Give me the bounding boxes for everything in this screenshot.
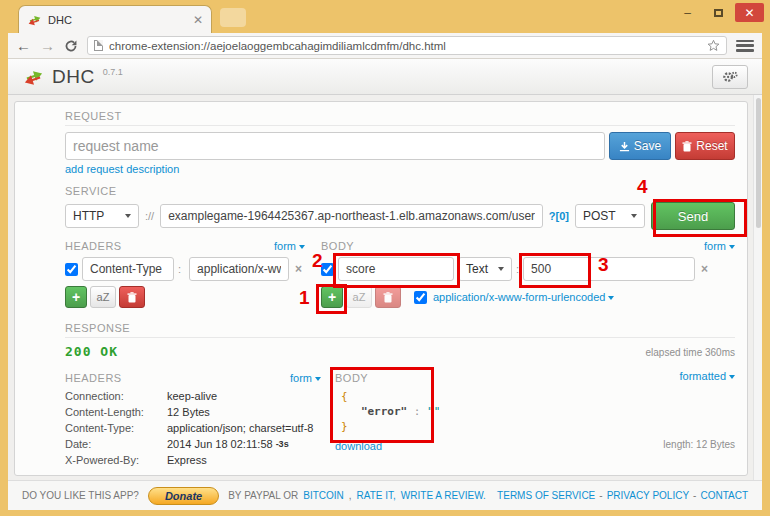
response-header-suffix: -3s	[276, 439, 289, 449]
url-text[interactable]: chrome-extension://aejoelaoggembcahagimd…	[109, 40, 701, 52]
send-button[interactable]: Send	[651, 202, 735, 230]
json-value: ""	[427, 405, 440, 418]
response-header-row: X-Powered-By: Express	[65, 452, 321, 468]
reset-button[interactable]: Reset	[675, 132, 735, 160]
scrollbar-thumb[interactable]	[756, 98, 761, 228]
json-colon: :	[414, 405, 421, 418]
chevron-down-icon	[729, 245, 735, 249]
encoding-toggle[interactable]: application/x-www-form-urlencoded	[433, 291, 614, 303]
json-key: "error"	[361, 405, 407, 418]
clear-headers-button[interactable]	[119, 286, 145, 308]
forward-icon[interactable]: →	[40, 38, 55, 53]
response-header-value: 12 Bytes	[167, 406, 210, 418]
body-param-name-input[interactable]	[338, 257, 454, 281]
encoding-checkbox[interactable]	[414, 291, 427, 304]
dhc-logo-icon	[22, 67, 45, 87]
bookmark-star-icon[interactable]	[707, 39, 720, 52]
header-value-input[interactable]	[189, 257, 289, 281]
write-review-link[interactable]: WRITE A REVIEW.	[401, 490, 486, 501]
request-name-input[interactable]	[65, 132, 605, 160]
privacy-link[interactable]: PRIVACY POLICY	[607, 490, 689, 501]
elapsed-time: elapsed time 360ms	[646, 347, 736, 358]
rate-it-link[interactable]: RATE IT,	[357, 490, 396, 501]
footer-dash: -	[693, 490, 696, 501]
body-section-label: BODY	[321, 240, 354, 252]
tab-title: DHC	[48, 14, 187, 26]
body-form-toggle[interactable]: form	[704, 240, 735, 252]
save-download-icon	[619, 141, 630, 152]
add-request-description-link[interactable]: add request description	[65, 163, 179, 175]
send-label: Send	[678, 209, 708, 224]
new-tab-button[interactable]	[220, 8, 246, 27]
gear-icon	[722, 70, 738, 84]
donate-button[interactable]: Donate	[148, 487, 219, 505]
header-separator: :	[178, 263, 181, 275]
method-value: POST	[583, 209, 616, 223]
service-url-input[interactable]	[160, 204, 543, 228]
remove-header-icon[interactable]: ×	[293, 262, 304, 276]
formatted-toggle[interactable]: formatted	[680, 370, 735, 382]
app-footer: DO YOU LIKE THIS APP? Donate BY PAYPAL O…	[8, 480, 762, 510]
close-button[interactable]: ✕	[735, 3, 764, 22]
json-close-brace: }	[341, 420, 348, 433]
scrollbar[interactable]	[753, 95, 762, 480]
method-select[interactable]: POST	[575, 204, 645, 228]
terms-link[interactable]: TERMS OF SERVICE	[497, 490, 595, 501]
body-param-enabled-checkbox[interactable]	[321, 263, 334, 276]
chevron-down-icon	[631, 214, 637, 218]
tab-close-icon[interactable]: ✕	[193, 14, 203, 26]
header-enabled-checkbox[interactable]	[65, 263, 78, 276]
sort-body-params-button[interactable]: aZ	[346, 286, 372, 308]
browser-window: DHC ✕ – ✕ ← → chrome-extension://aejoela…	[0, 0, 770, 516]
response-header-key: Date:	[65, 438, 167, 450]
bitcoin-link[interactable]: BITCOIN	[303, 490, 344, 501]
response-length: length: 12 Bytes	[663, 439, 735, 450]
reset-label: Reset	[696, 139, 727, 153]
body-form-label: form	[704, 240, 726, 252]
browser-tab[interactable]: DHC ✕	[18, 5, 212, 33]
body-param-type-select[interactable]: Text	[458, 257, 512, 281]
page-icon	[94, 40, 103, 51]
minimize-button[interactable]: –	[673, 3, 702, 22]
response-body-label: BODY	[335, 372, 368, 384]
footer-sep: ,	[349, 490, 352, 501]
chevron-down-icon	[315, 377, 321, 381]
chevron-down-icon	[608, 296, 614, 300]
query-params-toggle[interactable]: ?[0]	[549, 210, 569, 222]
header-name-input[interactable]	[82, 257, 174, 281]
response-headers-label: HEADERS	[65, 372, 122, 384]
body-param-value-input[interactable]	[523, 257, 695, 281]
response-header-row: Connection: keep-alive	[65, 388, 321, 404]
request-section-label: REQUEST	[65, 110, 735, 126]
add-body-param-button[interactable]: +	[321, 286, 343, 308]
response-header-key: Content-Type:	[65, 422, 167, 434]
maximize-button[interactable]	[704, 3, 733, 22]
scheme-select[interactable]: HTTP	[65, 204, 139, 228]
encoding-label: application/x-www-form-urlencoded	[433, 291, 605, 303]
app-version: 0.7.1	[103, 67, 123, 77]
chrome-menu-icon[interactable]	[736, 39, 754, 53]
dhc-favicon-icon	[27, 13, 42, 27]
url-bar[interactable]: chrome-extension://aejoelaoggembcahagimd…	[87, 36, 727, 55]
response-section-label: RESPONSE	[65, 322, 735, 338]
window-controls: – ✕	[673, 3, 764, 22]
app-title: DHC	[52, 66, 95, 88]
response-body-json: { "error" : "" }	[335, 389, 585, 434]
clear-body-params-button[interactable]	[375, 286, 401, 308]
response-header-row: Content-Length: 12 Bytes	[65, 404, 321, 420]
headers-form-toggle[interactable]: form	[274, 240, 305, 252]
response-header-value: keep-alive	[167, 390, 217, 402]
refresh-icon[interactable]	[64, 39, 78, 53]
main-panel: REQUEST Save Reset	[14, 101, 748, 476]
download-link[interactable]: download	[335, 440, 382, 452]
sort-headers-button[interactable]: aZ	[90, 286, 116, 308]
settings-button[interactable]	[712, 65, 748, 89]
save-button[interactable]: Save	[609, 132, 671, 160]
chevron-down-icon	[299, 245, 305, 249]
contact-link[interactable]: CONTACT	[700, 490, 748, 501]
response-headers-form-toggle[interactable]: form	[290, 372, 321, 384]
app-header: DHC 0.7.1	[8, 59, 762, 95]
back-icon[interactable]: ←	[16, 38, 31, 53]
add-header-button[interactable]: +	[65, 286, 87, 308]
remove-body-param-icon[interactable]: ×	[699, 262, 710, 276]
